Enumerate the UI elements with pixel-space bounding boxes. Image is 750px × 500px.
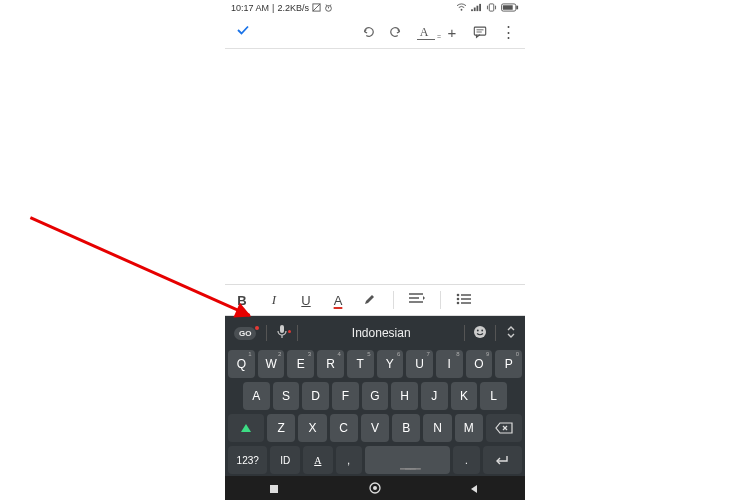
language-suggestion[interactable]: Indonesian <box>302 326 460 340</box>
more-button[interactable]: ⋮ <box>501 25 515 39</box>
key-v[interactable]: V <box>361 414 389 442</box>
key-u[interactable]: U7 <box>406 350 433 378</box>
status-netspeed: 2.2KB/s <box>277 3 309 13</box>
svg-rect-36 <box>270 485 278 493</box>
key-j[interactable]: J <box>421 382 448 410</box>
svg-line-4 <box>326 4 327 5</box>
phone-frame: 10:17 AM | 2.2KB/s <box>225 0 525 500</box>
key-d[interactable]: D <box>302 382 329 410</box>
svg-rect-11 <box>489 3 494 10</box>
emoji-button[interactable] <box>469 324 491 342</box>
underline-button[interactable]: U <box>297 293 315 308</box>
bullet-list-button[interactable] <box>455 293 473 308</box>
suggestion-row: GO Indonesian <box>228 320 522 346</box>
undo-button[interactable] <box>361 25 375 39</box>
key-a[interactable]: A <box>243 382 270 410</box>
key-row-4: 123? ID A , ⎯⎯⎯ . <box>228 446 522 474</box>
svg-rect-10 <box>479 3 481 10</box>
space-key[interactable]: ⎯⎯⎯ <box>365 446 450 474</box>
vibrate-icon <box>486 3 497 14</box>
insert-button[interactable]: + <box>445 25 459 39</box>
recent-apps-button[interactable] <box>268 481 282 495</box>
svg-point-25 <box>457 297 460 300</box>
comment-button[interactable] <box>473 25 487 39</box>
key-q[interactable]: Q1 <box>228 350 255 378</box>
symbols-key[interactable]: 123? <box>228 446 267 474</box>
key-l[interactable]: L <box>480 382 507 410</box>
key-k[interactable]: K <box>451 382 478 410</box>
highlight-button[interactable] <box>361 292 379 309</box>
key-row-3: Z X C V B N M <box>228 414 522 442</box>
divider <box>393 291 394 309</box>
key-z[interactable]: Z <box>267 414 295 442</box>
backspace-key[interactable] <box>486 414 522 442</box>
key-c[interactable]: C <box>330 414 358 442</box>
key-e[interactable]: E3 <box>287 350 314 378</box>
svg-rect-9 <box>477 5 479 10</box>
clipboard-pill[interactable]: GO <box>234 327 256 340</box>
battery-icon <box>501 3 519 14</box>
mic-button[interactable] <box>271 324 293 342</box>
format-bar: B I U A <box>225 284 525 316</box>
signal-icon <box>471 3 482 14</box>
back-button[interactable] <box>468 481 482 495</box>
key-w[interactable]: W2 <box>258 350 285 378</box>
comma-key[interactable]: , <box>336 446 362 474</box>
status-bar: 10:17 AM | 2.2KB/s <box>225 0 525 16</box>
nosim-icon <box>312 3 321 14</box>
svg-rect-17 <box>474 27 485 35</box>
soft-keyboard: GO Indonesian Q1 W2 E3 R4 T5 Y6 U7 <box>225 316 525 476</box>
key-n[interactable]: N <box>423 414 451 442</box>
key-m[interactable]: M <box>455 414 483 442</box>
italic-button[interactable]: I <box>265 292 283 308</box>
key-row-2: A S D F G H J K L <box>228 382 522 410</box>
key-r[interactable]: R4 <box>317 350 344 378</box>
key-o[interactable]: O9 <box>466 350 493 378</box>
enter-key[interactable] <box>483 446 522 474</box>
system-navbar <box>225 476 525 500</box>
key-t[interactable]: T5 <box>347 350 374 378</box>
align-button[interactable] <box>408 293 426 308</box>
redo-button[interactable] <box>389 25 403 39</box>
svg-point-6 <box>461 8 463 10</box>
wifi-icon <box>456 3 467 14</box>
svg-point-23 <box>457 293 460 296</box>
annotation-arrow <box>30 216 250 316</box>
confirm-button[interactable] <box>235 22 251 42</box>
key-p[interactable]: P0 <box>495 350 522 378</box>
key-g[interactable]: G <box>362 382 389 410</box>
key-s[interactable]: S <box>273 382 300 410</box>
key-h[interactable]: H <box>391 382 418 410</box>
key-x[interactable]: X <box>298 414 326 442</box>
svg-point-33 <box>481 330 483 332</box>
key-f[interactable]: F <box>332 382 359 410</box>
key-b[interactable]: B <box>392 414 420 442</box>
svg-line-1 <box>313 3 320 10</box>
key-i[interactable]: I8 <box>436 350 463 378</box>
bold-button[interactable]: B <box>233 293 251 308</box>
svg-point-32 <box>477 330 479 332</box>
svg-rect-8 <box>474 7 476 11</box>
alarm-icon <box>324 3 333 14</box>
key-row-1: Q1 W2 E3 R4 T5 Y6 U7 I8 O9 P0 <box>228 350 522 378</box>
lang-id-key[interactable]: ID <box>270 446 300 474</box>
svg-rect-7 <box>471 9 473 11</box>
shift-key[interactable] <box>228 414 264 442</box>
svg-rect-15 <box>516 5 518 9</box>
svg-rect-29 <box>280 325 284 333</box>
svg-rect-16 <box>503 5 513 10</box>
svg-point-27 <box>457 301 460 304</box>
text-format-button[interactable]: A = <box>417 25 431 39</box>
expand-button[interactable] <box>500 325 522 341</box>
period-key[interactable]: . <box>453 446 479 474</box>
lang-switch-key[interactable]: A <box>303 446 333 474</box>
status-sep: | <box>272 3 274 13</box>
divider <box>440 291 441 309</box>
key-y[interactable]: Y6 <box>377 350 404 378</box>
text-color-button[interactable]: A <box>329 293 347 308</box>
home-button[interactable] <box>368 481 382 495</box>
document-body[interactable] <box>225 49 525 284</box>
svg-line-5 <box>330 4 331 5</box>
status-time: 10:17 AM <box>231 3 269 13</box>
svg-point-38 <box>373 486 377 490</box>
